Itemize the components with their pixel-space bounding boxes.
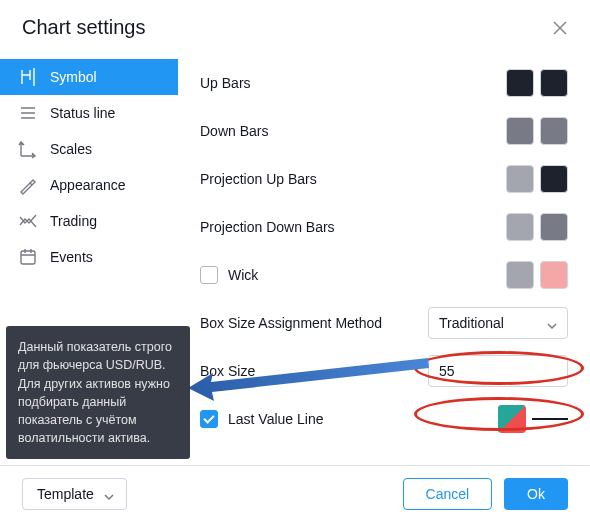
sidebar-item-events[interactable]: Events <box>0 239 178 275</box>
sidebar-item-status-line[interactable]: Status line <box>0 95 178 131</box>
row-label: Wick <box>228 267 258 283</box>
row-label: Up Bars <box>200 75 251 91</box>
sidebar-item-appearance[interactable]: Appearance <box>0 167 178 203</box>
color-swatch-fill[interactable] <box>506 117 534 145</box>
scales-icon <box>18 139 38 159</box>
row-down-bars: Down Bars <box>200 107 568 155</box>
tooltip-text: Данный показатель строго для фьючерса US… <box>18 340 172 445</box>
status-line-icon <box>18 103 38 123</box>
row-label: Box Size Assignment Method <box>200 315 382 331</box>
row-label: Last Value Line <box>228 411 323 427</box>
sidebar-item-scales[interactable]: Scales <box>0 131 178 167</box>
row-label: Projection Down Bars <box>200 219 335 235</box>
sidebar-item-label: Status line <box>50 105 115 121</box>
cancel-button[interactable]: Cancel <box>403 478 493 510</box>
template-label: Template <box>37 486 94 502</box>
settings-content: Up Bars Down Bars Projection Up Bars <box>178 49 590 465</box>
sidebar-item-label: Symbol <box>50 69 97 85</box>
color-swatch-fill[interactable] <box>506 69 534 97</box>
row-projection-up-bars: Projection Up Bars <box>200 155 568 203</box>
chevron-down-icon <box>104 489 114 499</box>
select-value: Traditional <box>439 315 504 331</box>
color-swatch-border[interactable] <box>540 117 568 145</box>
chart-settings-dialog: Chart settings Symbol Status line Scales… <box>0 0 590 521</box>
row-last-value-line: Last Value Line <box>200 395 568 443</box>
row-box-size-method: Box Size Assignment Method Traditional <box>200 299 568 347</box>
template-button[interactable]: Template <box>22 478 127 510</box>
row-label: Down Bars <box>200 123 268 139</box>
symbol-icon <box>18 67 38 87</box>
input-value: 55 <box>439 363 455 379</box>
wick-checkbox[interactable] <box>200 266 218 284</box>
color-swatch-fill[interactable] <box>506 261 534 289</box>
row-up-bars: Up Bars <box>200 59 568 107</box>
svg-rect-0 <box>21 251 35 264</box>
dialog-footer: Template Cancel Ok <box>0 465 590 521</box>
sidebar-item-label: Events <box>50 249 93 265</box>
last-value-line-checkbox[interactable] <box>200 410 218 428</box>
sidebar-item-label: Scales <box>50 141 92 157</box>
dialog-header: Chart settings <box>0 0 590 49</box>
line-style-chip[interactable] <box>532 415 568 423</box>
row-label: Projection Up Bars <box>200 171 317 187</box>
color-swatch-fill[interactable] <box>506 213 534 241</box>
box-size-input[interactable]: 55 <box>428 355 568 387</box>
sidebar-item-trading[interactable]: Trading <box>0 203 178 239</box>
sidebar-item-label: Appearance <box>50 177 126 193</box>
color-swatch-border[interactable] <box>540 69 568 97</box>
color-swatch-border[interactable] <box>540 165 568 193</box>
row-wick: Wick <box>200 251 568 299</box>
color-swatch-fill[interactable] <box>506 165 534 193</box>
row-box-size: Box Size 55 <box>200 347 568 395</box>
sidebar-item-label: Trading <box>50 213 97 229</box>
color-swatch-split[interactable] <box>498 405 526 433</box>
annotation-tooltip: Данный показатель строго для фьючерса US… <box>6 326 190 459</box>
chevron-down-icon <box>547 318 557 328</box>
trading-icon <box>18 211 38 231</box>
color-swatch-border[interactable] <box>540 213 568 241</box>
dialog-title: Chart settings <box>22 16 145 39</box>
method-select[interactable]: Traditional <box>428 307 568 339</box>
ok-button[interactable]: Ok <box>504 478 568 510</box>
sidebar-item-symbol[interactable]: Symbol <box>0 59 178 95</box>
color-swatch-border[interactable] <box>540 261 568 289</box>
row-label: Box Size <box>200 363 255 379</box>
events-icon <box>18 247 38 267</box>
appearance-icon <box>18 175 38 195</box>
row-projection-down-bars: Projection Down Bars <box>200 203 568 251</box>
close-icon[interactable] <box>552 20 568 36</box>
